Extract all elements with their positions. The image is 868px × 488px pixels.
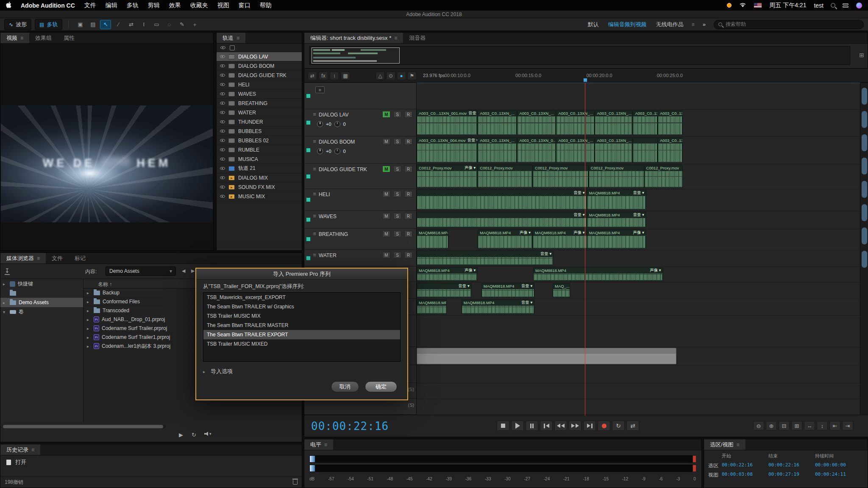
preview-volume-icon[interactable]: ▾ bbox=[204, 432, 211, 436]
sequence-list-item[interactable]: The Seam Btwn TRAILER EXPORT bbox=[203, 330, 400, 339]
playhead-line[interactable] bbox=[585, 83, 585, 416]
clip-automation-dropdown[interactable]: 声像 ▾ bbox=[465, 268, 476, 273]
menubar-username[interactable]: test bbox=[814, 2, 823, 9]
track-options-icon[interactable]: ⋮ bbox=[409, 252, 413, 258]
scrollbar-segment[interactable] bbox=[862, 251, 867, 268]
video-clip[interactable] bbox=[417, 348, 676, 364]
zoom-in-h-icon[interactable]: ⊞ bbox=[791, 421, 802, 430]
disclosure-arrow-icon[interactable]: ▸ bbox=[87, 299, 91, 304]
clip-automation-dropdown[interactable]: 音量 ▾ bbox=[468, 111, 477, 116]
timeline-clips-area[interactable]: A003_C0...13XN_001.mov音量 ▾A003_C0..13XN_… bbox=[417, 83, 860, 416]
visibility-eye-icon[interactable] bbox=[220, 176, 225, 179]
timeline-track-row[interactable] bbox=[417, 383, 860, 399]
track-list-item[interactable]: BUBBLES 02 bbox=[217, 136, 302, 145]
tree-item[interactable]: ▸Demo Assets bbox=[0, 298, 83, 307]
audio-clip[interactable]: 音量 ▾ bbox=[417, 251, 554, 266]
skip-selection-button[interactable]: ⇄ bbox=[626, 421, 639, 431]
track-drag-handle[interactable]: ≣ bbox=[313, 252, 316, 257]
zoom-height-icon[interactable]: ↕ bbox=[817, 421, 828, 430]
video-track-mini-button[interactable]: ≡ bbox=[315, 86, 325, 93]
timeline-track-row[interactable]: MAQM8818.MP4MAQM8818.MP4声像 ▾MAQM8818.MP4… bbox=[417, 229, 860, 250]
video-preview[interactable]: WE DE HEM bbox=[0, 44, 213, 250]
disclosure-arrow-icon[interactable]: ▸ bbox=[87, 335, 91, 340]
paintbrush-tool-icon[interactable]: ✎ bbox=[176, 20, 187, 29]
menubar-menu-item[interactable]: 帮助 bbox=[260, 2, 272, 9]
sequence-list-item[interactable]: The Seam Btwn TRAILER w/ Graphics bbox=[203, 302, 400, 311]
panel-menu-icon[interactable]: ≡ bbox=[20, 35, 23, 41]
clip-indicator[interactable] bbox=[693, 465, 696, 471]
audio-clip[interactable]: A003_C0..13XN_... bbox=[595, 110, 633, 136]
solo-button[interactable]: S bbox=[393, 252, 401, 258]
workspace-button[interactable]: 默认 bbox=[584, 19, 603, 30]
record-mode-icon[interactable]: ● bbox=[397, 72, 406, 80]
disclosure-arrow-icon[interactable]: ▸ bbox=[87, 326, 91, 331]
timeline-track-row[interactable]: 音量 ▾MAQM8818.MP4音量 ▾ bbox=[417, 189, 860, 211]
preview-loop-icon[interactable]: ↻ bbox=[192, 432, 196, 438]
pause-button[interactable] bbox=[526, 421, 538, 431]
vertical-scrollbar[interactable] bbox=[860, 83, 868, 416]
mute-button[interactable]: M bbox=[382, 213, 390, 219]
play-button[interactable] bbox=[511, 421, 524, 431]
timeline-track-row[interactable]: A003_C0...13XN_001.mov音量 ▾A003_C0..13XN_… bbox=[417, 110, 860, 137]
audio-clip[interactable]: 音量 ▾ bbox=[417, 190, 587, 210]
clip-automation-dropdown[interactable]: 声像 ▾ bbox=[633, 230, 644, 236]
track-header-name[interactable]: WAVES bbox=[319, 214, 337, 219]
metering-icon[interactable]: ▦ bbox=[341, 72, 350, 80]
marquee-tool-icon[interactable]: ▭ bbox=[151, 20, 162, 29]
wifi-icon[interactable] bbox=[739, 2, 746, 9]
timeline-track-row[interactable]: 音量 ▾ bbox=[417, 250, 860, 267]
timeline-track-row[interactable] bbox=[417, 366, 860, 383]
tree-item[interactable] bbox=[0, 288, 83, 298]
track-header-name[interactable]: DIALOG GUIDE TRK bbox=[319, 166, 367, 172]
audio-clip[interactable]: A003_C0..13XN_004.mov音量 ▾ bbox=[417, 137, 478, 163]
disclosure-arrow-icon[interactable]: ▸ bbox=[3, 282, 7, 286]
snap-icon[interactable]: △ bbox=[376, 72, 385, 80]
audio-clip[interactable]: MAQ_... bbox=[553, 283, 570, 298]
mute-button[interactable]: M bbox=[382, 252, 390, 258]
media-browser-tab[interactable]: 文件 bbox=[46, 253, 69, 263]
audio-clip[interactable]: 音量 ▾ bbox=[417, 283, 472, 298]
menubar-menu-item[interactable]: 编辑 bbox=[106, 2, 117, 9]
back-arrow-icon[interactable]: ◀ bbox=[182, 268, 185, 274]
move-tool-icon[interactable]: ↖ bbox=[100, 20, 111, 29]
clip-automation-dropdown[interactable]: 音量 ▾ bbox=[633, 190, 644, 196]
visibility-eye-icon[interactable] bbox=[220, 83, 225, 86]
loop-playback-icon[interactable]: ⇄ bbox=[308, 72, 317, 80]
mute-button[interactable]: M bbox=[382, 230, 390, 237]
scrollbar-segment[interactable] bbox=[862, 158, 867, 175]
lasso-tool-icon[interactable]: ◌ bbox=[164, 20, 175, 29]
multitrack-mode-button[interactable]: ▤ 多轨 bbox=[35, 19, 62, 30]
track-list-item[interactable]: 轨道 21 bbox=[217, 164, 302, 173]
track-list-item[interactable]: ▸MUSIC MIX bbox=[217, 192, 302, 201]
visibility-eye-icon[interactable] bbox=[220, 195, 225, 198]
audio-clip[interactable]: MAQM8818.MP4声像 ▾ bbox=[533, 230, 587, 249]
scrollbar-segment[interactable] bbox=[862, 227, 867, 244]
healing-brush-icon[interactable]: ＋ bbox=[189, 20, 200, 29]
clip-automation-dropdown[interactable]: 音量 ▾ bbox=[521, 283, 532, 289]
track-header-name[interactable]: DIALOG BOOM bbox=[319, 139, 355, 145]
track-list-item[interactable]: BUBBLES bbox=[217, 127, 302, 136]
import-icon[interactable]: ↧ bbox=[5, 267, 10, 275]
timeline-track-row[interactable]: A003_C0..13XN_004.mov音量 ▾A003_C0..13XN_.… bbox=[417, 137, 860, 164]
track-options-icon[interactable]: ⋮ bbox=[409, 112, 413, 117]
menubar-app-name[interactable]: Adobe Audition CC bbox=[21, 2, 75, 9]
menubar-menu-item[interactable]: 剪辑 bbox=[148, 2, 160, 9]
io-routing-icon[interactable]: ↕ bbox=[330, 72, 339, 80]
media-browser-tab[interactable]: 媒体浏览器≡ bbox=[0, 253, 46, 263]
audio-clip[interactable]: C0012_Proxy.mov bbox=[589, 165, 644, 188]
clip-automation-dropdown[interactable]: 声像 ▾ bbox=[465, 165, 476, 171]
track-header-name[interactable]: BREATHING bbox=[319, 231, 348, 237]
pan-knob[interactable] bbox=[334, 121, 340, 127]
video-panel-tab[interactable]: 属性 bbox=[58, 33, 81, 43]
scrollbar-segment[interactable] bbox=[862, 181, 867, 198]
razor-tool-icon[interactable]: ∕ bbox=[113, 20, 124, 29]
solo-button[interactable]: S bbox=[393, 166, 401, 172]
track-header-name[interactable]: WATER bbox=[319, 252, 337, 258]
mute-button[interactable]: M bbox=[382, 166, 390, 172]
track-drag-handle[interactable]: ≣ bbox=[313, 112, 316, 116]
menubar-menu-item[interactable]: 窗口 bbox=[239, 2, 250, 9]
clip-automation-dropdown[interactable]: 音量 ▾ bbox=[540, 251, 551, 257]
clip-automation-dropdown[interactable]: 声像 ▾ bbox=[573, 230, 584, 236]
visibility-eye-icon[interactable] bbox=[220, 158, 225, 161]
track-list-item[interactable]: DIALOG LAV bbox=[217, 52, 302, 61]
